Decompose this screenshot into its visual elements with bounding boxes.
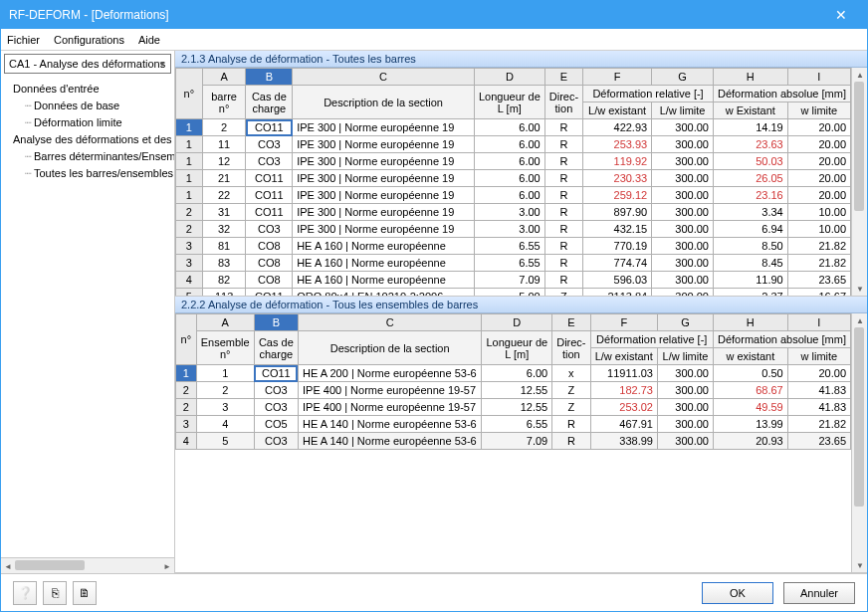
cell[interactable]: HE A 140 | Norme européenne 53-6 xyxy=(298,416,481,433)
table-row[interactable]: 45CO3HE A 140 | Norme européenne 53-67.0… xyxy=(176,433,851,450)
cell[interactable]: IPE 400 | Norme européenne 19-57 xyxy=(298,399,481,416)
col-letter[interactable]: C xyxy=(298,314,481,331)
cell[interactable]: 2.37 xyxy=(713,289,787,297)
cell[interactable]: CO3 xyxy=(246,153,293,170)
cell[interactable]: 68.67 xyxy=(713,382,787,399)
table-row[interactable]: 112CO3IPE 300 | Norme européenne 196.00R… xyxy=(176,153,851,170)
cell[interactable]: 6.94 xyxy=(713,221,787,238)
cell[interactable]: HE A 160 | Norme européenne xyxy=(293,238,475,255)
cell[interactable]: IPE 300 | Norme européenne 19 xyxy=(293,119,475,136)
grid2-vscroll[interactable]: ▲ ▼ xyxy=(851,313,867,572)
cell[interactable]: 300.00 xyxy=(657,399,713,416)
row-header[interactable]: 2 xyxy=(176,204,203,221)
cell[interactable]: 300.00 xyxy=(652,119,714,136)
cell[interactable]: 23.16 xyxy=(713,187,787,204)
col-letter[interactable]: E xyxy=(552,314,590,331)
cell[interactable]: 11.90 xyxy=(713,272,787,289)
scroll-down-icon[interactable]: ▼ xyxy=(852,282,867,296)
row-header[interactable]: 1 xyxy=(176,136,203,153)
col-letter[interactable]: B xyxy=(246,69,293,86)
tree-item-allbars[interactable]: Toutes les barres/ensembles de xyxy=(3,165,172,182)
cell[interactable]: 432.15 xyxy=(583,221,652,238)
cell[interactable]: 6.00 xyxy=(474,136,544,153)
col-letter[interactable]: C xyxy=(293,69,475,86)
row-header[interactable]: 2 xyxy=(176,399,197,416)
cell[interactable]: 253.93 xyxy=(583,136,652,153)
cell[interactable]: 113 xyxy=(202,289,246,297)
cell[interactable]: 12.55 xyxy=(482,399,552,416)
cell[interactable]: 422.93 xyxy=(583,119,652,136)
col-letter[interactable]: G xyxy=(652,69,714,86)
cell[interactable]: 770.19 xyxy=(583,238,652,255)
table-row[interactable]: 381CO8HE A 160 | Norme européenne6.55R77… xyxy=(176,238,851,255)
cell[interactable]: IPE 300 | Norme européenne 19 xyxy=(293,187,475,204)
cell[interactable]: 7.09 xyxy=(482,433,552,450)
cell[interactable]: 230.33 xyxy=(583,170,652,187)
row-header[interactable]: 5 xyxy=(176,289,203,297)
cell[interactable]: R xyxy=(544,204,582,221)
cell[interactable]: CO3 xyxy=(254,382,298,399)
tree-item-deflimit[interactable]: Déformation limite xyxy=(3,114,172,131)
scroll-right-icon[interactable]: ► xyxy=(160,558,174,574)
cell[interactable]: 300.00 xyxy=(652,289,714,297)
cell[interactable]: 3.00 xyxy=(474,221,544,238)
cell[interactable]: CO11 xyxy=(246,119,293,136)
ok-button[interactable]: OK xyxy=(702,582,773,604)
cell[interactable]: 41.83 xyxy=(787,399,850,416)
cell[interactable]: 20.00 xyxy=(787,119,850,136)
col-letter[interactable]: I xyxy=(787,314,850,331)
col-letter[interactable]: I xyxy=(787,69,850,86)
cell[interactable]: 338.99 xyxy=(590,433,657,450)
menu-help[interactable]: Aide xyxy=(138,34,160,46)
cell[interactable]: 23.65 xyxy=(787,272,850,289)
cell[interactable]: IPE 300 | Norme européenne 19 xyxy=(293,221,475,238)
cell[interactable]: 20.00 xyxy=(787,153,850,170)
table-row[interactable]: 231CO11IPE 300 | Norme européenne 193.00… xyxy=(176,204,851,221)
cell[interactable]: 259.12 xyxy=(583,187,652,204)
cell[interactable]: 20.93 xyxy=(713,433,787,450)
cell[interactable]: IPE 400 | Norme européenne 19-57 xyxy=(298,382,481,399)
export-icon[interactable]: ⎘ xyxy=(43,581,67,605)
cell[interactable]: HE A 140 | Norme européenne 53-6 xyxy=(298,433,481,450)
cell[interactable]: 6.00 xyxy=(474,119,544,136)
cell[interactable]: 6.55 xyxy=(482,416,552,433)
tree-scrollbar[interactable]: ◄ ► xyxy=(1,557,174,573)
table-row[interactable]: 23CO3IPE 400 | Norme européenne 19-5712.… xyxy=(176,399,851,416)
cell[interactable]: 50.03 xyxy=(713,153,787,170)
cell[interactable]: R xyxy=(544,238,582,255)
cell[interactable]: R xyxy=(544,153,582,170)
cell[interactable]: 26.05 xyxy=(713,170,787,187)
cell[interactable]: 6.55 xyxy=(474,238,544,255)
cell[interactable]: CO11 xyxy=(246,187,293,204)
cell[interactable]: 16.67 xyxy=(787,289,850,297)
cell[interactable]: 3 xyxy=(196,399,254,416)
cell[interactable]: 0.50 xyxy=(713,365,787,382)
report-icon[interactable]: 🗎 xyxy=(73,581,97,605)
menu-file[interactable]: Fichier xyxy=(7,34,40,46)
cell[interactable]: R xyxy=(544,272,582,289)
col-letter[interactable]: D xyxy=(474,69,544,86)
cell[interactable]: 41.83 xyxy=(787,382,850,399)
cell[interactable]: 300.00 xyxy=(652,238,714,255)
cell[interactable]: 5 xyxy=(196,433,254,450)
cell[interactable]: R xyxy=(552,433,590,450)
cell[interactable]: 49.59 xyxy=(713,399,787,416)
cell[interactable]: 10.00 xyxy=(787,204,850,221)
cell[interactable]: CO3 xyxy=(246,221,293,238)
tree-group-input[interactable]: Données d'entrée xyxy=(3,81,172,98)
cell[interactable]: CO11 xyxy=(246,289,293,297)
table-row[interactable]: 232CO3IPE 300 | Norme européenne 193.00R… xyxy=(176,221,851,238)
cell[interactable]: 12 xyxy=(202,153,246,170)
row-header[interactable]: 3 xyxy=(176,416,197,433)
row-header[interactable]: 1 xyxy=(176,170,203,187)
col-letter[interactable]: G xyxy=(657,314,713,331)
cell[interactable]: 20.00 xyxy=(787,187,850,204)
table-row[interactable]: 121CO11IPE 300 | Norme européenne 196.00… xyxy=(176,170,851,187)
cell[interactable]: Z xyxy=(552,382,590,399)
cell[interactable]: 8.45 xyxy=(713,255,787,272)
cell[interactable]: 300.00 xyxy=(657,433,713,450)
help-icon[interactable]: ❔ xyxy=(13,581,37,605)
cell[interactable]: CO3 xyxy=(254,399,298,416)
tree-group-analysis[interactable]: Analyse des déformations et des fl xyxy=(3,131,172,148)
table-row[interactable]: 122CO11IPE 300 | Norme européenne 196.00… xyxy=(176,187,851,204)
